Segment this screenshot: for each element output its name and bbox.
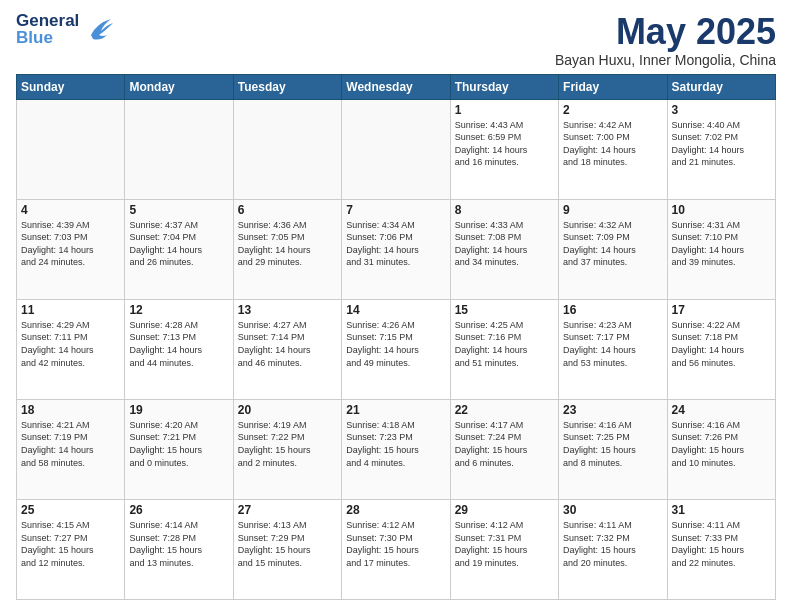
day-number: 28 (346, 503, 445, 517)
day-number: 30 (563, 503, 662, 517)
week-row-5: 25Sunrise: 4:15 AM Sunset: 7:27 PM Dayli… (17, 499, 776, 599)
calendar-cell: 12Sunrise: 4:28 AM Sunset: 7:13 PM Dayli… (125, 299, 233, 399)
calendar-cell: 20Sunrise: 4:19 AM Sunset: 7:22 PM Dayli… (233, 399, 341, 499)
logo-general: General (16, 12, 79, 29)
day-number: 2 (563, 103, 662, 117)
page: General Blue May 2025 Bayan Huxu, Inner … (0, 0, 792, 612)
calendar-cell: 22Sunrise: 4:17 AM Sunset: 7:24 PM Dayli… (450, 399, 558, 499)
weekday-header-row: SundayMondayTuesdayWednesdayThursdayFrid… (17, 74, 776, 99)
day-info: Sunrise: 4:36 AM Sunset: 7:05 PM Dayligh… (238, 219, 337, 269)
calendar-cell: 25Sunrise: 4:15 AM Sunset: 7:27 PM Dayli… (17, 499, 125, 599)
logo: General Blue (16, 12, 115, 46)
day-number: 11 (21, 303, 120, 317)
calendar-cell: 31Sunrise: 4:11 AM Sunset: 7:33 PM Dayli… (667, 499, 775, 599)
calendar-cell: 11Sunrise: 4:29 AM Sunset: 7:11 PM Dayli… (17, 299, 125, 399)
day-info: Sunrise: 4:28 AM Sunset: 7:13 PM Dayligh… (129, 319, 228, 369)
calendar-cell: 28Sunrise: 4:12 AM Sunset: 7:30 PM Dayli… (342, 499, 450, 599)
calendar-cell (233, 99, 341, 199)
calendar-cell: 9Sunrise: 4:32 AM Sunset: 7:09 PM Daylig… (559, 199, 667, 299)
day-number: 20 (238, 403, 337, 417)
calendar-cell: 4Sunrise: 4:39 AM Sunset: 7:03 PM Daylig… (17, 199, 125, 299)
day-info: Sunrise: 4:25 AM Sunset: 7:16 PM Dayligh… (455, 319, 554, 369)
day-number: 23 (563, 403, 662, 417)
day-number: 7 (346, 203, 445, 217)
day-number: 3 (672, 103, 771, 117)
calendar-cell: 16Sunrise: 4:23 AM Sunset: 7:17 PM Dayli… (559, 299, 667, 399)
calendar-cell: 8Sunrise: 4:33 AM Sunset: 7:08 PM Daylig… (450, 199, 558, 299)
weekday-header-wednesday: Wednesday (342, 74, 450, 99)
calendar-cell: 13Sunrise: 4:27 AM Sunset: 7:14 PM Dayli… (233, 299, 341, 399)
calendar-cell: 6Sunrise: 4:36 AM Sunset: 7:05 PM Daylig… (233, 199, 341, 299)
day-number: 31 (672, 503, 771, 517)
calendar-cell (17, 99, 125, 199)
logo-blue: Blue (16, 29, 79, 46)
day-info: Sunrise: 4:11 AM Sunset: 7:33 PM Dayligh… (672, 519, 771, 569)
day-info: Sunrise: 4:29 AM Sunset: 7:11 PM Dayligh… (21, 319, 120, 369)
weekday-header-monday: Monday (125, 74, 233, 99)
header: General Blue May 2025 Bayan Huxu, Inner … (16, 12, 776, 68)
month-title: May 2025 (555, 12, 776, 52)
day-info: Sunrise: 4:31 AM Sunset: 7:10 PM Dayligh… (672, 219, 771, 269)
day-number: 24 (672, 403, 771, 417)
day-number: 1 (455, 103, 554, 117)
week-row-1: 1Sunrise: 4:43 AM Sunset: 6:59 PM Daylig… (17, 99, 776, 199)
calendar-cell: 27Sunrise: 4:13 AM Sunset: 7:29 PM Dayli… (233, 499, 341, 599)
day-info: Sunrise: 4:27 AM Sunset: 7:14 PM Dayligh… (238, 319, 337, 369)
day-info: Sunrise: 4:16 AM Sunset: 7:25 PM Dayligh… (563, 419, 662, 469)
logo-bird-icon (83, 15, 115, 43)
day-info: Sunrise: 4:20 AM Sunset: 7:21 PM Dayligh… (129, 419, 228, 469)
day-number: 5 (129, 203, 228, 217)
location-title: Bayan Huxu, Inner Mongolia, China (555, 52, 776, 68)
weekday-header-friday: Friday (559, 74, 667, 99)
day-info: Sunrise: 4:17 AM Sunset: 7:24 PM Dayligh… (455, 419, 554, 469)
day-info: Sunrise: 4:13 AM Sunset: 7:29 PM Dayligh… (238, 519, 337, 569)
calendar-cell (125, 99, 233, 199)
day-info: Sunrise: 4:23 AM Sunset: 7:17 PM Dayligh… (563, 319, 662, 369)
weekday-header-tuesday: Tuesday (233, 74, 341, 99)
day-number: 10 (672, 203, 771, 217)
calendar-cell: 15Sunrise: 4:25 AM Sunset: 7:16 PM Dayli… (450, 299, 558, 399)
calendar-cell: 23Sunrise: 4:16 AM Sunset: 7:25 PM Dayli… (559, 399, 667, 499)
day-info: Sunrise: 4:43 AM Sunset: 6:59 PM Dayligh… (455, 119, 554, 169)
calendar-cell: 19Sunrise: 4:20 AM Sunset: 7:21 PM Dayli… (125, 399, 233, 499)
calendar-cell: 10Sunrise: 4:31 AM Sunset: 7:10 PM Dayli… (667, 199, 775, 299)
day-info: Sunrise: 4:33 AM Sunset: 7:08 PM Dayligh… (455, 219, 554, 269)
day-info: Sunrise: 4:19 AM Sunset: 7:22 PM Dayligh… (238, 419, 337, 469)
weekday-header-sunday: Sunday (17, 74, 125, 99)
day-number: 12 (129, 303, 228, 317)
day-number: 13 (238, 303, 337, 317)
calendar-cell: 18Sunrise: 4:21 AM Sunset: 7:19 PM Dayli… (17, 399, 125, 499)
day-number: 25 (21, 503, 120, 517)
calendar-cell: 17Sunrise: 4:22 AM Sunset: 7:18 PM Dayli… (667, 299, 775, 399)
day-info: Sunrise: 4:12 AM Sunset: 7:31 PM Dayligh… (455, 519, 554, 569)
calendar-cell: 2Sunrise: 4:42 AM Sunset: 7:00 PM Daylig… (559, 99, 667, 199)
day-info: Sunrise: 4:16 AM Sunset: 7:26 PM Dayligh… (672, 419, 771, 469)
day-number: 14 (346, 303, 445, 317)
calendar-cell: 29Sunrise: 4:12 AM Sunset: 7:31 PM Dayli… (450, 499, 558, 599)
calendar-cell: 1Sunrise: 4:43 AM Sunset: 6:59 PM Daylig… (450, 99, 558, 199)
day-info: Sunrise: 4:18 AM Sunset: 7:23 PM Dayligh… (346, 419, 445, 469)
calendar-cell: 5Sunrise: 4:37 AM Sunset: 7:04 PM Daylig… (125, 199, 233, 299)
calendar-cell: 26Sunrise: 4:14 AM Sunset: 7:28 PM Dayli… (125, 499, 233, 599)
calendar-cell: 21Sunrise: 4:18 AM Sunset: 7:23 PM Dayli… (342, 399, 450, 499)
day-number: 6 (238, 203, 337, 217)
day-info: Sunrise: 4:12 AM Sunset: 7:30 PM Dayligh… (346, 519, 445, 569)
day-number: 17 (672, 303, 771, 317)
calendar-cell: 7Sunrise: 4:34 AM Sunset: 7:06 PM Daylig… (342, 199, 450, 299)
day-number: 9 (563, 203, 662, 217)
day-number: 26 (129, 503, 228, 517)
calendar-cell: 30Sunrise: 4:11 AM Sunset: 7:32 PM Dayli… (559, 499, 667, 599)
day-number: 27 (238, 503, 337, 517)
day-info: Sunrise: 4:37 AM Sunset: 7:04 PM Dayligh… (129, 219, 228, 269)
day-info: Sunrise: 4:15 AM Sunset: 7:27 PM Dayligh… (21, 519, 120, 569)
calendar-cell: 24Sunrise: 4:16 AM Sunset: 7:26 PM Dayli… (667, 399, 775, 499)
weekday-header-saturday: Saturday (667, 74, 775, 99)
day-info: Sunrise: 4:21 AM Sunset: 7:19 PM Dayligh… (21, 419, 120, 469)
calendar-table: SundayMondayTuesdayWednesdayThursdayFrid… (16, 74, 776, 600)
day-info: Sunrise: 4:39 AM Sunset: 7:03 PM Dayligh… (21, 219, 120, 269)
day-info: Sunrise: 4:42 AM Sunset: 7:00 PM Dayligh… (563, 119, 662, 169)
day-number: 4 (21, 203, 120, 217)
day-number: 8 (455, 203, 554, 217)
day-info: Sunrise: 4:26 AM Sunset: 7:15 PM Dayligh… (346, 319, 445, 369)
day-info: Sunrise: 4:34 AM Sunset: 7:06 PM Dayligh… (346, 219, 445, 269)
